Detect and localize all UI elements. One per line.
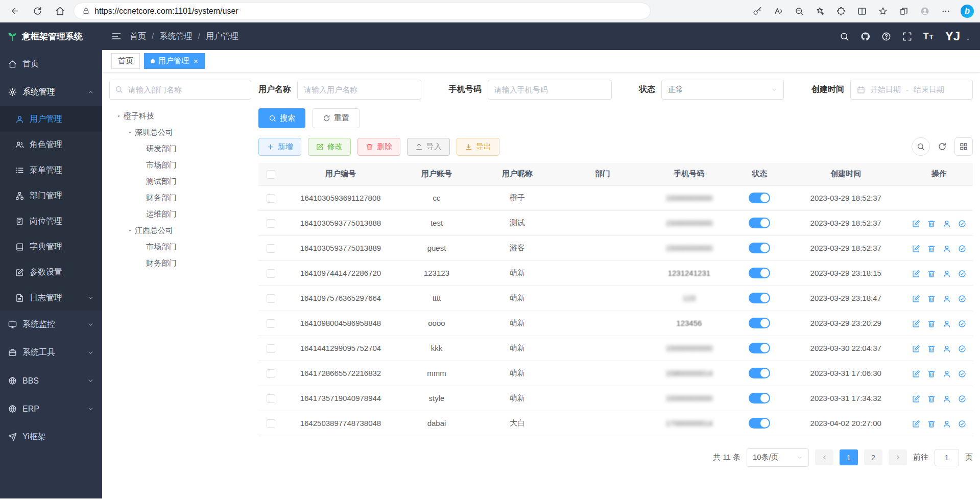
tree-node[interactable]: 研发部门 (109, 140, 251, 157)
assign-role-icon[interactable] (958, 420, 966, 428)
delete-button[interactable]: 删除 (357, 138, 400, 156)
font-size-icon[interactable]: TT (923, 31, 934, 42)
delete-user-icon[interactable] (927, 320, 936, 328)
user-menu-caret-icon[interactable] (965, 37, 971, 42)
edit-user-icon[interactable] (912, 395, 920, 403)
delete-user-icon[interactable] (927, 370, 936, 378)
row-checkbox[interactable] (267, 369, 275, 378)
edit-user-icon[interactable] (912, 270, 920, 278)
collections-icon[interactable] (898, 5, 910, 17)
extensions-icon[interactable] (835, 5, 847, 17)
phone-input[interactable] (488, 80, 612, 100)
refresh-table-icon[interactable] (938, 142, 947, 151)
tree-node[interactable]: 市场部门 (109, 157, 251, 173)
sidebar-item-role-mgmt[interactable]: 角色管理 (0, 132, 102, 157)
search-button[interactable]: 搜索 (258, 108, 305, 128)
reset-password-icon[interactable] (943, 270, 951, 278)
collapse-sidebar-icon[interactable] (111, 31, 122, 41)
sidebar-item-system-tools[interactable]: 系统工具 (0, 339, 102, 367)
assign-role-icon[interactable] (958, 320, 966, 328)
edit-user-icon[interactable] (912, 420, 920, 428)
assign-role-icon[interactable] (958, 220, 966, 228)
favorites-icon[interactable] (877, 5, 889, 17)
sidebar-item-system-mgmt[interactable]: 系统管理 (0, 78, 102, 106)
status-select[interactable]: 正常 (661, 80, 784, 100)
status-toggle[interactable] (749, 368, 770, 378)
browser-home-button[interactable] (51, 3, 68, 20)
assign-role-icon[interactable] (958, 295, 966, 303)
zoom-out-icon[interactable] (793, 5, 805, 17)
password-key-icon[interactable] (751, 5, 763, 17)
sidebar-item-yi-framework[interactable]: Yi框架 (0, 423, 102, 451)
page-button-2[interactable]: 2 (864, 449, 882, 465)
browser-back-button[interactable] (6, 3, 23, 20)
tree-node[interactable]: 财务部门 (109, 189, 251, 206)
reset-password-icon[interactable] (943, 295, 951, 303)
tab-user-management[interactable]: 用户管理 × (144, 53, 205, 69)
tree-node[interactable]: 财务部门 (109, 255, 251, 271)
goto-page-input[interactable] (935, 449, 959, 466)
sidebar-item-bbs[interactable]: BBS (0, 367, 102, 395)
close-tab-icon[interactable]: × (194, 57, 198, 65)
next-page-button[interactable] (889, 449, 907, 465)
assign-role-icon[interactable] (958, 270, 966, 278)
edit-user-icon[interactable] (912, 245, 920, 253)
tree-node[interactable]: 运维部门 (109, 206, 251, 222)
edit-user-icon[interactable] (912, 345, 920, 353)
reset-password-icon[interactable] (943, 420, 951, 428)
delete-user-icon[interactable] (927, 420, 936, 428)
page-button-1[interactable]: 1 (840, 449, 858, 465)
edit-user-icon[interactable] (912, 295, 920, 303)
browser-refresh-button[interactable] (29, 3, 46, 20)
delete-user-icon[interactable] (927, 345, 936, 353)
status-toggle[interactable] (749, 393, 770, 403)
sidebar-item-menu-mgmt[interactable]: 菜单管理 (0, 157, 102, 183)
add-favorite-icon[interactable] (814, 5, 826, 17)
row-checkbox[interactable] (267, 394, 275, 403)
status-toggle[interactable] (749, 268, 770, 278)
row-checkbox[interactable] (267, 319, 275, 328)
status-toggle[interactable] (749, 218, 770, 228)
edit-user-icon[interactable] (912, 220, 920, 228)
tree-node[interactable]: 橙子科技 (109, 108, 251, 124)
add-button[interactable]: 新增 (258, 138, 301, 156)
date-range-picker[interactable]: 开始日期 - 结束日期 (850, 80, 973, 100)
app-logo[interactable]: 意框架管理系统 (0, 22, 102, 50)
row-checkbox[interactable] (267, 419, 275, 428)
status-toggle[interactable] (749, 343, 770, 353)
delete-user-icon[interactable] (927, 395, 936, 403)
sidebar-item-post-mgmt[interactable]: 岗位管理 (0, 208, 102, 234)
tree-node[interactable]: 测试部门 (109, 173, 251, 189)
status-toggle[interactable] (749, 193, 770, 203)
row-checkbox[interactable] (267, 194, 275, 203)
edit-user-icon[interactable] (912, 320, 920, 328)
reset-password-icon[interactable] (943, 395, 951, 403)
department-search-input[interactable] (109, 80, 251, 100)
sidebar-item-dict-mgmt[interactable]: 字典管理 (0, 234, 102, 259)
tree-node[interactable]: 市场部门 (109, 239, 251, 255)
status-toggle[interactable] (749, 293, 770, 303)
tree-node[interactable]: 江西总公司 (109, 222, 251, 239)
row-checkbox[interactable] (267, 344, 275, 353)
row-checkbox[interactable] (267, 219, 275, 228)
sidebar-item-log-mgmt[interactable]: 日志管理 (0, 285, 102, 311)
address-bar[interactable]: https://ccnetcore.com:1101/system/user (74, 3, 651, 19)
delete-user-icon[interactable] (927, 220, 936, 228)
reset-password-icon[interactable] (943, 220, 951, 228)
user-logo[interactable]: YJ (945, 30, 960, 42)
sidebar-item-erp[interactable]: ERP (0, 395, 102, 423)
column-settings-icon[interactable] (954, 137, 973, 156)
breadcrumb-item-home[interactable]: 首页 (130, 31, 146, 42)
sidebar-item-system-monitor[interactable]: 系统监控 (0, 311, 102, 339)
import-button[interactable]: 导入 (407, 138, 450, 156)
row-checkbox[interactable] (267, 244, 275, 253)
delete-user-icon[interactable] (927, 295, 936, 303)
github-icon[interactable] (861, 32, 870, 41)
bing-icon[interactable]: b (961, 5, 974, 18)
modify-button[interactable]: 修改 (308, 138, 351, 156)
delete-user-icon[interactable] (927, 245, 936, 253)
read-aloud-icon[interactable] (772, 5, 784, 17)
reset-password-icon[interactable] (943, 345, 951, 353)
breadcrumb-item-system[interactable]: 系统管理 (159, 31, 192, 42)
row-checkbox[interactable] (267, 269, 275, 278)
